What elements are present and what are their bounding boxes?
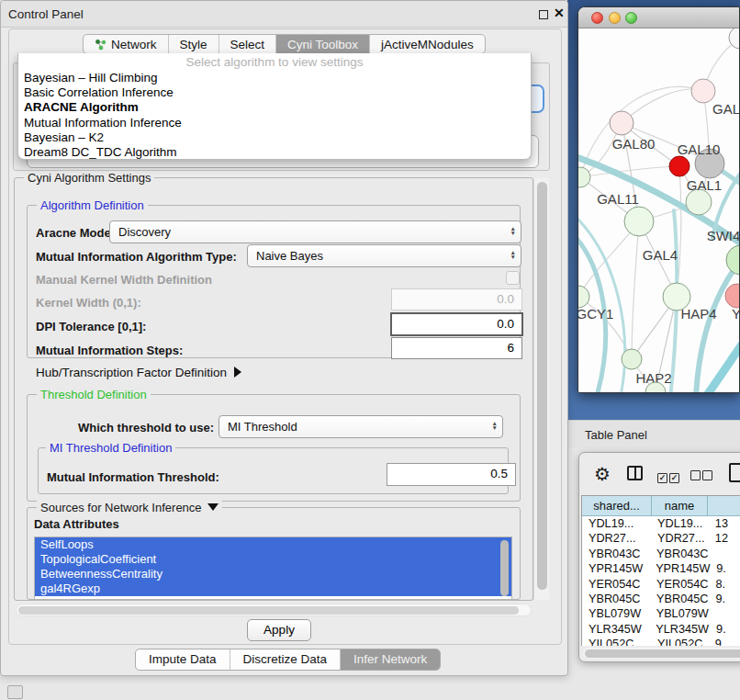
- node-attribute-table[interactable]: shared... name YDL19...YDL19...13YDR27..…: [581, 495, 740, 646]
- network-node-gcy1[interactable]: [578, 286, 589, 308]
- table-cell[interactable]: YLR345W: [582, 622, 650, 637]
- network-canvas[interactable]: GALGAL80GAL10GAL1GAL11GAL4SWI4GCY1HAP4YH…: [578, 28, 740, 393]
- table-cell[interactable]: [709, 547, 740, 561]
- table-panel-window[interactable]: ⚙ ✓✓ shared... name YDL19...YDL19...13YD…: [578, 452, 740, 662]
- algorithm-list[interactable]: Bayesian – Hill ClimbingBasic Correlatio…: [18, 71, 531, 160]
- column-header-third[interactable]: [708, 496, 740, 516]
- tab-jactivemnodules[interactable]: jActiveMNodules: [369, 35, 485, 53]
- algorithm-option[interactable]: Bayesian – K2: [18, 130, 531, 145]
- table-cell[interactable]: YDL19...: [582, 516, 652, 531]
- algorithm-option[interactable]: Dream8 DC_TDC Algorithm: [18, 145, 531, 160]
- tab-infer-network[interactable]: Infer Network: [340, 649, 440, 670]
- mi-threshold-field[interactable]: 0.5: [387, 463, 516, 486]
- table-cell[interactable]: 9: [708, 637, 740, 646]
- table-cell[interactable]: YDL19...: [652, 516, 708, 531]
- algorithm-option[interactable]: ARACNE Algorithm: [18, 100, 531, 115]
- control-panel-window[interactable]: Control Panel ✕ Network Style Select Cyn…: [0, 0, 568, 676]
- table-cell[interactable]: YBR043C: [582, 547, 651, 561]
- select-all-checkboxes-icon[interactable]: ✓✓: [657, 468, 681, 484]
- network-edge[interactable]: [705, 332, 740, 393]
- table-row[interactable]: YLR345WYLR345W9.: [582, 622, 740, 637]
- table-cell[interactable]: 12: [708, 531, 740, 546]
- aracne-mode-select[interactable]: Discovery ▲▼: [109, 220, 521, 243]
- table-cell[interactable]: YBL079W: [651, 606, 709, 621]
- table-cell[interactable]: YER054C: [582, 577, 651, 592]
- table-cell[interactable]: YDR27...: [652, 531, 708, 546]
- tab-select[interactable]: Select: [219, 35, 276, 53]
- table-cell[interactable]: 9.: [709, 622, 740, 637]
- float-window-icon[interactable]: [539, 10, 548, 19]
- table-cell[interactable]: YPR145W: [650, 561, 709, 576]
- dpi-tolerance-field[interactable]: 0.0: [390, 312, 523, 336]
- table-cell[interactable]: YBL079W: [582, 606, 651, 621]
- tab-impute-data[interactable]: Impute Data: [136, 649, 230, 670]
- network-node-gal80[interactable]: [610, 111, 633, 135]
- table-row[interactable]: YDL19...YDL19...13: [582, 516, 740, 531]
- manual-kernel-width-checkbox[interactable]: [506, 271, 520, 285]
- control-panel-titlebar[interactable]: Control Panel ✕: [1, 1, 567, 28]
- table-cell[interactable]: [709, 606, 740, 621]
- sources-title[interactable]: Sources for Network Inference: [37, 501, 222, 514]
- new-table-icon[interactable]: [729, 463, 740, 482]
- table-cell[interactable]: 13: [708, 516, 740, 531]
- mi-steps-field[interactable]: 6: [391, 337, 522, 359]
- column-header-shared[interactable]: shared...: [582, 496, 652, 516]
- tab-discretize-data[interactable]: Discretize Data: [230, 649, 341, 670]
- bottom-tabbar[interactable]: Impute Data Discretize Data Infer Networ…: [135, 649, 441, 671]
- algorithm-option[interactable]: Mutual Information Inference: [18, 116, 531, 130]
- table-row[interactable]: YBL079WYBL079W: [582, 606, 740, 621]
- column-header-name[interactable]: name: [652, 496, 708, 516]
- table-cell[interactable]: 9.: [709, 561, 740, 576]
- minimize-traffic-light-icon[interactable]: [609, 12, 621, 24]
- table-cell[interactable]: YLR345W: [650, 622, 709, 637]
- settings-vertical-scrollbar[interactable]: [533, 178, 549, 600]
- control-panel-tabbar[interactable]: Network Style Select Cyni Toolbox jActiv…: [83, 34, 486, 54]
- settings-vertical-scrollbar-thumb[interactable]: [537, 182, 547, 590]
- table-cell[interactable]: 9.: [709, 592, 740, 606]
- tab-cyni-toolbox[interactable]: Cyni Toolbox: [275, 35, 369, 53]
- gear-icon[interactable]: ⚙: [594, 462, 611, 486]
- table-horizontal-scrollbar[interactable]: [583, 648, 740, 659]
- table-cell[interactable]: YIL052C: [652, 637, 708, 646]
- table-cell[interactable]: 8.: [709, 577, 740, 592]
- network-node-gal[interactable]: [691, 79, 715, 103]
- network-node-hap2[interactable]: [622, 349, 642, 369]
- table-cell[interactable]: YPR145W: [582, 561, 650, 576]
- attributes-scrollbar-thumb[interactable]: [500, 540, 509, 596]
- network-node-gal4[interactable]: [624, 207, 654, 236]
- attribute-item[interactable]: SelfLoops: [35, 537, 511, 552]
- network-node-gal11[interactable]: [578, 167, 590, 187]
- network-edge[interactable]: [632, 221, 639, 359]
- data-attributes-list[interactable]: SelfLoopsTopologicalCoefficientBetweenne…: [34, 536, 512, 600]
- minimized-panel-icon[interactable]: [7, 685, 23, 699]
- attribute-item[interactable]: BetweennessCentrality: [35, 567, 511, 581]
- deselect-all-checkboxes-icon[interactable]: [690, 468, 714, 484]
- network-window-titlebar[interactable]: [578, 7, 739, 28]
- tab-network[interactable]: Network: [84, 35, 168, 53]
- tab-style[interactable]: Style: [168, 35, 219, 53]
- table-header-row[interactable]: shared... name: [582, 496, 740, 516]
- table-row[interactable]: YER054CYER054C8.: [582, 577, 740, 592]
- table-rows[interactable]: YDL19...YDL19...13YDR27...YDR27...12YBR0…: [582, 516, 740, 646]
- attribute-item[interactable]: TopologicalCoefficient: [35, 552, 511, 567]
- kernel-width-field[interactable]: 0.0: [391, 288, 522, 310]
- table-cell[interactable]: YBR043C: [651, 547, 708, 561]
- close-icon[interactable]: ✕: [554, 6, 565, 20]
- columns-icon[interactable]: [627, 466, 643, 480]
- network-node-y[interactable]: [725, 284, 740, 308]
- zoom-traffic-light-icon[interactable]: [625, 12, 637, 24]
- close-traffic-light-icon[interactable]: [591, 12, 603, 24]
- table-cell[interactable]: YIL052C: [582, 637, 652, 646]
- table-cell[interactable]: YER054C: [651, 577, 708, 592]
- algorithm-option[interactable]: Bayesian – Hill Climbing: [18, 71, 531, 85]
- mi-algorithm-type-select[interactable]: Naive Bayes ▲▼: [247, 244, 521, 267]
- which-threshold-select[interactable]: MI Threshold ▲▼: [219, 415, 503, 438]
- table-row[interactable]: YBR043CYBR043C: [582, 547, 740, 561]
- algorithm-dropdown-popup[interactable]: Select algorithm to view settings Bayesi…: [17, 53, 532, 160]
- table-row[interactable]: YBR045CYBR045C9.: [582, 592, 740, 606]
- table-cell[interactable]: YBR045C: [582, 592, 651, 606]
- table-row[interactable]: YIL052CYIL052C9: [582, 637, 740, 646]
- apply-button[interactable]: Apply: [247, 619, 311, 641]
- attribute-items[interactable]: SelfLoopsTopologicalCoefficientBetweenne…: [35, 537, 511, 596]
- table-cell[interactable]: YBR045C: [651, 592, 708, 606]
